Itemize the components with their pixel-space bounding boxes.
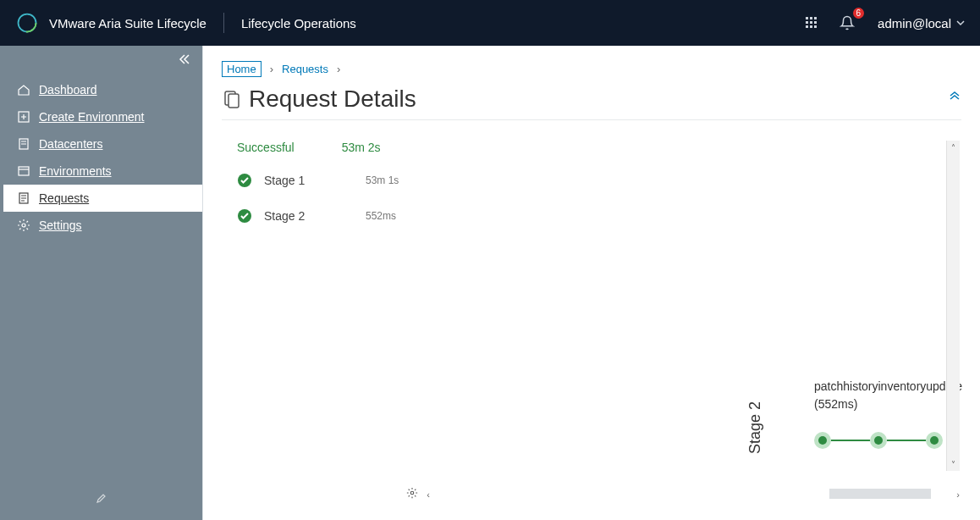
sidebar-item-label: Dashboard [39, 83, 97, 97]
page-title: Request Details [249, 86, 948, 113]
svg-point-15 [22, 224, 25, 227]
apps-grid-icon[interactable] [800, 11, 823, 35]
notifications-icon[interactable]: 6 [835, 11, 859, 35]
diagram-settings-gear-icon[interactable] [406, 487, 418, 502]
svg-rect-7 [814, 21, 817, 24]
stage-row[interactable]: Stage 1 53m 1s [237, 173, 416, 188]
environments-icon [17, 164, 30, 178]
flow-node[interactable] [926, 432, 943, 449]
sidebar-item-dashboard[interactable]: Dashboard [0, 76, 202, 103]
svg-point-20 [410, 491, 414, 495]
breadcrumb-home[interactable]: Home [222, 61, 262, 77]
svg-rect-17 [228, 94, 239, 108]
svg-rect-5 [806, 21, 808, 24]
requests-icon [17, 191, 30, 205]
user-label: admin@local [878, 16, 951, 30]
stage-name: Stage 1 [264, 174, 354, 187]
product-name: VMware Aria Suite Lifecycle [49, 16, 206, 30]
sidebar-item-label: Create Environment [39, 110, 145, 124]
datacenter-icon [17, 137, 30, 151]
scroll-track[interactable] [435, 488, 951, 501]
svg-rect-9 [810, 25, 812, 28]
overall-duration: 53m 2s [342, 141, 381, 154]
svg-rect-6 [810, 21, 812, 24]
scroll-left-icon[interactable]: ‹ [421, 490, 435, 500]
scroll-up-icon[interactable]: ˄ [947, 141, 960, 154]
request-details-icon [222, 89, 242, 109]
user-menu[interactable]: admin@local [878, 16, 965, 30]
pin-icon[interactable] [95, 491, 108, 508]
sidebar: Dashboard Create Environment Datacenters… [0, 46, 203, 520]
svg-rect-2 [806, 17, 808, 19]
sidebar-item-requests[interactable]: Requests [0, 185, 202, 212]
overall-status: Successful [237, 141, 295, 154]
stage-diagram: Stage 2 patchhistoryinventoryupdate (552… [416, 141, 961, 505]
notification-badge: 6 [853, 8, 865, 19]
task-name: patchhistoryinventoryupdate [814, 379, 962, 393]
sidebar-item-datacenters[interactable]: Datacenters [0, 130, 202, 158]
scroll-right-icon[interactable]: › [951, 490, 965, 500]
diagram-task-title: patchhistoryinventoryupdate (552ms) [814, 378, 962, 413]
scroll-down-icon[interactable]: ˅ [947, 457, 960, 471]
page-title-row: Request Details [222, 86, 961, 120]
scroll-track[interactable] [947, 154, 960, 457]
svg-rect-3 [810, 17, 812, 19]
flow-edge [831, 440, 870, 441]
overall-status-row: Successful 53m 2s [237, 141, 416, 154]
horizontal-scrollbar[interactable]: ‹ › [406, 488, 965, 501]
svg-rect-4 [814, 17, 817, 19]
sidebar-item-settings[interactable]: Settings [0, 212, 202, 239]
diagram-flow [814, 432, 943, 449]
app-header: VMware Aria Suite Lifecycle Lifecycle Op… [0, 0, 980, 46]
svg-rect-13 [19, 167, 29, 175]
flow-edge [887, 440, 926, 441]
stage-duration: 53m 1s [366, 174, 416, 186]
sidebar-item-label: Settings [39, 219, 82, 232]
create-icon [17, 110, 30, 124]
chevron-down-icon [956, 19, 965, 27]
product-brand: VMware Aria Suite Lifecycle [15, 11, 206, 35]
breadcrumb: Home › Requests › [222, 61, 961, 77]
chevron-right-icon: › [337, 63, 340, 75]
sidebar-item-create-environment[interactable]: Create Environment [0, 103, 202, 130]
collapse-up-icon[interactable] [948, 91, 961, 108]
chevron-right-icon: › [270, 63, 273, 75]
check-circle-icon [237, 173, 252, 188]
stage-duration: 552ms [366, 210, 416, 222]
sidebar-item-label: Requests [39, 191, 89, 205]
flow-node[interactable] [870, 432, 887, 449]
home-icon [17, 83, 30, 97]
flow-node[interactable] [814, 432, 831, 449]
stage-list: Successful 53m 2s Stage 1 53m 1s Stage 2… [222, 141, 416, 505]
breadcrumb-requests[interactable]: Requests [282, 63, 328, 75]
sidebar-item-environments[interactable]: Environments [0, 158, 202, 185]
vertical-scrollbar[interactable]: ˄ ˅ [946, 141, 960, 471]
check-circle-icon [237, 208, 252, 224]
sidebar-item-label: Datacenters [39, 137, 102, 151]
diagram-stage-label: Stage 2 [746, 401, 764, 454]
stage-row[interactable]: Stage 2 552ms [237, 208, 416, 224]
stage-name: Stage 2 [264, 209, 354, 223]
brand-logo-icon [15, 11, 39, 35]
task-duration: (552ms) [814, 397, 857, 411]
main-content: Home › Requests › Request Details Succes… [203, 46, 980, 520]
gear-icon [17, 219, 30, 232]
scroll-thumb[interactable] [829, 489, 931, 499]
header-divider [223, 13, 224, 33]
sidebar-collapse-icon[interactable] [177, 53, 190, 69]
section-name: Lifecycle Operations [241, 16, 356, 30]
svg-rect-10 [814, 25, 817, 28]
sidebar-item-label: Environments [39, 164, 112, 178]
svg-rect-8 [806, 25, 808, 28]
